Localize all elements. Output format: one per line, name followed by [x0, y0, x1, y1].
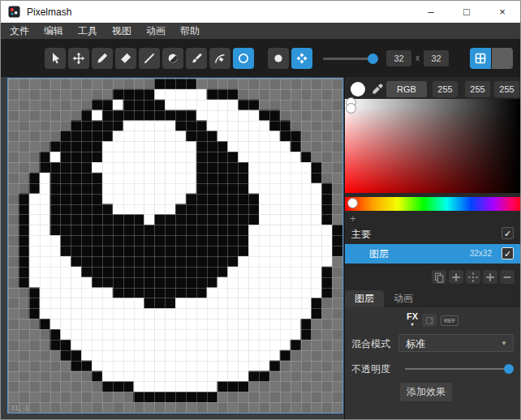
dotted-cross-icon — [467, 272, 479, 283]
secondary-toggle-button[interactable] — [492, 48, 513, 69]
add-layer-button[interactable] — [449, 270, 463, 284]
opacity-slider-track[interactable] — [405, 368, 509, 370]
panel-tabs: 图层 动画 — [345, 290, 423, 307]
red-value-field[interactable]: 255 — [433, 81, 458, 97]
tab-layers[interactable]: 图层 — [345, 290, 384, 307]
group-visibility-checkbox[interactable]: ✓ — [502, 227, 514, 239]
window-title: Pixelmash — [27, 6, 71, 18]
layer-size-badge: 32x32 — [470, 249, 492, 258]
brush-shape-button[interactable] — [268, 48, 289, 69]
brush-size-slider[interactable] — [323, 48, 378, 69]
app-window: Pixelmash – □ × 文件 编辑 工具 视图 动画 帮助 — [0, 0, 521, 420]
size-separator: x — [416, 54, 420, 62]
plus-icon — [484, 272, 496, 283]
saturation-value-picker[interactable] — [345, 107, 520, 193]
window-controls: – □ × — [413, 1, 520, 23]
layer-visibility-checkbox[interactable]: ✓ — [502, 247, 514, 259]
menu-file[interactable]: 文件 — [2, 23, 37, 39]
eyedropper-icon[interactable] — [371, 83, 384, 96]
layer-effect-button[interactable] — [422, 314, 437, 327]
maximize-button[interactable]: □ — [449, 1, 484, 23]
layer-name: 图层 — [369, 247, 389, 261]
menu-tools[interactable]: 工具 — [71, 23, 105, 39]
layer-effect-icon — [424, 315, 435, 326]
duplicate-icon — [433, 272, 445, 283]
eraser-icon — [119, 52, 132, 65]
circle-icon — [237, 52, 250, 65]
blend-mode-dropdown[interactable]: 标准 ▼ — [398, 334, 514, 352]
blend-mode-value: 标准 — [406, 337, 425, 351]
line-icon — [143, 52, 156, 65]
plus-icon — [450, 272, 462, 283]
toolbar: 32 x 32 — [1, 39, 520, 77]
blue-value-field[interactable]: 255 — [494, 81, 519, 97]
green-value-field[interactable]: 255 — [465, 81, 490, 97]
grid-icon — [474, 52, 487, 65]
minus-icon — [502, 272, 513, 283]
tool-eraser[interactable] — [115, 48, 136, 69]
tool-circle[interactable] — [233, 48, 254, 69]
blend-mode-label: 混合模式 — [351, 337, 390, 351]
current-color-swatch[interactable] — [351, 82, 365, 96]
hue-gradient-bar[interactable] — [345, 197, 520, 211]
opacity-row: 不透明度 — [351, 361, 514, 375]
merge-position-button[interactable] — [466, 270, 480, 284]
duplicate-layer-button[interactable] — [432, 270, 446, 284]
tool-select[interactable] — [45, 48, 66, 69]
checker-pattern-icon — [295, 52, 308, 65]
shade-circle-icon — [166, 52, 179, 65]
tool-brush[interactable] — [186, 48, 207, 69]
tool-line[interactable] — [139, 48, 160, 69]
tool-pencil[interactable] — [92, 48, 113, 69]
app-icon — [8, 6, 20, 18]
canvas-height-input[interactable]: 32 — [424, 50, 449, 66]
add-effect-button[interactable]: 添加效果 — [400, 383, 452, 401]
layer-tab-content: FX ▾ REF 混合模式 标准 ▼ 不透 — [345, 307, 520, 419]
menu-view[interactable]: 视图 — [105, 23, 139, 39]
fx-dropdown-arrow: ▾ — [407, 320, 418, 328]
layer-group-row[interactable]: 主要 ✓ — [345, 225, 520, 243]
color-mode-button[interactable]: RGB — [386, 81, 427, 97]
slider-knob[interactable] — [368, 54, 378, 64]
chevron-down-icon: ▼ — [501, 340, 507, 347]
canvas-width-input[interactable]: 32 — [386, 50, 411, 66]
menu-animation[interactable]: 动画 — [139, 23, 173, 39]
canvas-area: 31, -1 — [1, 77, 344, 419]
opacity-slider-knob[interactable] — [504, 364, 514, 374]
pen-curve-icon — [213, 52, 226, 65]
tool-pen[interactable] — [209, 48, 230, 69]
hue-knob[interactable] — [347, 198, 358, 208]
grid-toggle-group — [470, 48, 514, 69]
minimize-button[interactable]: – — [413, 1, 449, 23]
opacity-label: 不透明度 — [351, 362, 390, 376]
tool-shade[interactable] — [162, 48, 183, 69]
pencil-icon — [96, 52, 109, 65]
tab-animation[interactable]: 动画 — [384, 290, 423, 307]
layer-row-selected[interactable]: 图层 32x32 ✓ — [345, 244, 520, 264]
cursor-icon — [49, 52, 62, 65]
sv-picker-knob[interactable] — [346, 103, 356, 114]
add-swatch-button[interactable]: + — [350, 212, 356, 225]
right-panel: RGB 255 255 255 + 主要 ✓ 图层 32x32 ✓ — [344, 77, 520, 419]
pixel-canvas[interactable] — [8, 79, 342, 413]
close-button[interactable]: × — [484, 1, 520, 23]
add-group-button[interactable] — [483, 270, 497, 284]
lightness-gradient-bar[interactable] — [345, 99, 520, 107]
menu-help[interactable]: 帮助 — [173, 23, 207, 39]
layer-group-name: 主要 — [351, 228, 371, 242]
fx-button[interactable]: FX ▾ — [407, 312, 418, 328]
round-brush-icon — [272, 52, 285, 65]
color-row: RGB 255 255 255 — [345, 80, 520, 98]
tool-move[interactable] — [68, 48, 89, 69]
grid-toggle-button[interactable] — [470, 48, 491, 69]
move-icon — [72, 52, 85, 65]
tool-group — [45, 48, 256, 69]
menu-bar: 文件 编辑 工具 视图 动画 帮助 — [1, 23, 520, 39]
remove-layer-button[interactable] — [500, 270, 515, 284]
ref-button[interactable]: REF — [441, 315, 459, 326]
cursor-coordinates-readout: 31, -1 — [11, 404, 29, 412]
menu-edit[interactable]: 编辑 — [37, 23, 71, 39]
artboard[interactable]: 31, -1 — [7, 78, 343, 414]
title-bar: Pixelmash – □ × — [1, 1, 520, 23]
pattern-mode-button[interactable] — [291, 48, 312, 69]
